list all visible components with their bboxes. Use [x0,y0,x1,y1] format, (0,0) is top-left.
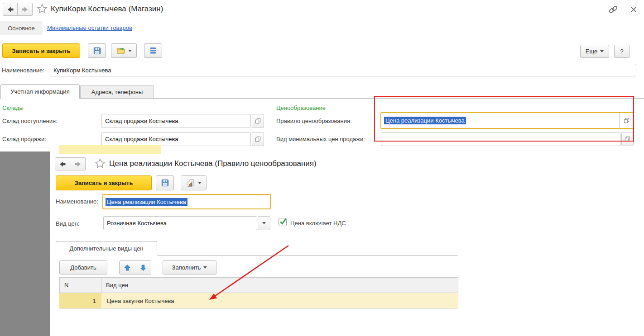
pricing-section-title: Ценообразование [276,104,326,111]
list-stack-icon [149,47,157,55]
favorite-star-icon[interactable] [94,158,106,170]
pricing-rule-window-title: Цена реализации Костычева (Правило ценоо… [109,159,317,168]
more-button[interactable]: Еще [580,45,609,58]
report-pages-icon [186,179,195,188]
cell-n[interactable]: 1 [59,293,101,308]
price-kind-input[interactable]: Розничная Костычева [103,216,257,230]
save-button[interactable] [156,175,174,190]
pricing-rule-window: Цена реализации Костычева (Правило ценоо… [50,154,644,336]
vat-checkbox-label[interactable]: Цена включает НДС [290,220,346,227]
rule-name-label: Наименование: [56,198,98,205]
tab-addresses[interactable]: Адреса, телефоны [80,85,154,99]
create-based-on-button[interactable] [111,43,137,58]
receipt-warehouse-input[interactable]: Склад продажи Костычева [101,114,251,128]
fill-label: Заполнить [172,264,201,271]
backdrop [0,151,50,336]
checkmark-icon [279,218,287,226]
cell-price-kind-value: Цена закупки Костычева [107,298,174,304]
reports-button[interactable] [181,175,207,190]
tab-additional-price-kinds[interactable]: Дополнительные виды цен [56,241,157,256]
save-button[interactable] [88,43,106,58]
help-button[interactable]: ? [614,45,630,58]
close-icon[interactable] [630,5,638,14]
open-folder-icon [116,47,125,55]
tab-account-info-label: Учетная информация [10,88,69,95]
sales-warehouse-input[interactable]: Склад продажи Костычева [101,132,251,146]
move-down-button[interactable] [135,260,151,274]
table-row[interactable]: 1 Цена закупки Костычева [59,293,458,309]
cell-n-value: 1 [93,298,96,304]
col-header-price-kind[interactable]: Вид цен [101,278,458,293]
save-icon [161,179,169,187]
receipt-warehouse-value: Склад продажи Костычева [105,118,178,124]
add-row-label: Добавить [70,264,96,271]
forward-button[interactable] [70,157,86,170]
warehouses-section-title: Склады [2,104,24,111]
tab-additional-price-kinds-label: Дополнительные виды цен [70,245,144,252]
forward-arrow-icon [74,160,82,168]
back-arrow-icon [6,5,14,14]
nav-tab-min-stock[interactable]: Минимальные остатки товаров [47,24,132,31]
annotation-rectangle [374,96,634,142]
col-header-price-kind-label: Вид цен [106,282,128,289]
nav-tab-main[interactable]: Основное [0,21,43,35]
price-kind-dropdown-button[interactable] [258,216,270,230]
dropdown-caret-icon [198,182,202,184]
price-kind-value: Розничная Костычева [107,220,167,227]
dropdown-caret-icon [128,50,132,52]
sales-warehouse-choose-button[interactable] [252,132,264,146]
save-and-close-label: Записать и закрыть [75,180,133,186]
more-label: Еще [586,48,597,55]
back-button[interactable] [55,157,70,170]
save-and-close-label: Записать и закрыть [12,47,71,54]
shop-window-title: КупиКорм Костычева (Магазин) [51,5,163,14]
receipt-warehouse-choose-button[interactable] [252,114,264,128]
up-arrow-icon [124,264,131,271]
forward-button[interactable] [18,3,33,16]
favorite-star-icon[interactable] [36,3,48,15]
move-up-button[interactable] [119,260,135,274]
add-row-button[interactable]: Добавить [59,260,107,274]
choose-icon [255,118,261,124]
save-and-close-button[interactable]: Записать и закрыть [56,175,152,190]
choose-icon [255,136,261,142]
receipt-warehouse-label: Склад поступления: [2,118,58,124]
price-kind-label: Вид цен: [56,220,79,227]
shop-name-input[interactable]: КупиКорм Костычева [50,64,636,76]
help-label: ? [620,48,623,55]
sales-warehouse-value: Склад продажи Костычева [105,136,178,142]
screen: КупиКорм Костычева (Магазин) Основное Ми… [0,0,644,336]
pricing-rule-label: Правило ценообразования: [276,118,352,124]
forward-arrow-icon [21,5,29,14]
back-button[interactable] [3,3,18,16]
col-header-n[interactable]: N [60,278,101,293]
cell-price-kind[interactable]: Цена закупки Костычева [101,293,458,308]
save-and-close-button[interactable]: Записать и закрыть [2,43,80,58]
rule-name-value: Цена реализации Костычева [106,198,187,206]
dropdown-caret-icon [203,266,207,269]
down-arrow-icon [139,264,147,271]
tab-addresses-label: Адреса, телефоны [91,89,143,95]
copy-link-icon[interactable] [608,5,619,14]
nav-tab-main-label: Основное [8,25,35,32]
registers-button[interactable] [144,43,162,58]
table-header-row: N Вид цен [59,277,458,293]
min-price-kind-label: Вид минимальных цен продажи: [276,136,365,142]
price-kinds-table: N Вид цен 1 Цена закупки Костычева [59,277,458,327]
vat-checkbox[interactable] [279,218,287,226]
clipped-highlight-strip [59,145,161,154]
dropdown-caret-icon [262,222,266,224]
sales-warehouse-label: Склад продажи: [2,136,46,142]
dropdown-caret-icon [600,50,604,52]
col-header-n-label: N [64,282,68,289]
rule-name-input[interactable]: Цена реализации Костычева [102,194,271,209]
save-icon [93,47,101,55]
tab-account-info[interactable]: Учетная информация [0,84,80,99]
shop-name-value: КупиКорм Костычева [53,67,111,74]
fill-button[interactable]: Заполнить [163,260,216,274]
shop-name-label: Наименование: [2,67,44,74]
back-arrow-icon [58,160,67,168]
